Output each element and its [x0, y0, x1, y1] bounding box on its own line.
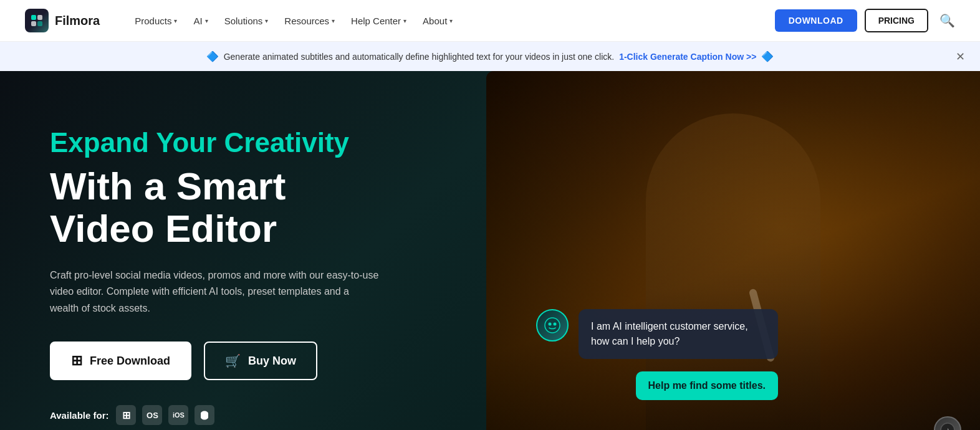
svg-point-5	[549, 323, 552, 326]
hero-title-line1: With a Smart	[50, 165, 286, 208]
ios-platform-icon: iOS	[168, 405, 188, 425]
banner-close-button[interactable]: ✕	[956, 50, 965, 64]
hero-section: Expand Your Creativity With a Smart Vide…	[0, 71, 980, 430]
nav-resources[interactable]: Resources ▾	[278, 12, 341, 30]
search-icon[interactable]: 🔍	[939, 13, 955, 28]
nav-help-center[interactable]: Help Center ▾	[345, 12, 413, 30]
nav-ai[interactable]: AI ▾	[187, 12, 214, 30]
hero-visual: I am AI intelligent customer service, ho…	[486, 71, 980, 430]
logo-text: Filmora	[55, 14, 100, 28]
available-for-label: Available for:	[50, 410, 108, 421]
chevron-down-icon: ▾	[403, 17, 406, 24]
hero-content: Expand Your Creativity With a Smart Vide…	[0, 71, 486, 430]
bot-avatar	[536, 309, 569, 342]
macos-platform-icon: OS	[142, 405, 162, 425]
nav-ai-label: AI	[193, 16, 202, 26]
user-chat-bubble: Help me find some titles.	[636, 371, 778, 400]
main-nav: Filmora Products ▾ AI ▾ Solutions ▾ Reso…	[0, 0, 980, 42]
hero-buttons: ⊞ Free Download 🛒 Buy Now	[50, 342, 486, 380]
svg-text:♪: ♪	[946, 426, 949, 430]
buy-now-label: Buy Now	[248, 355, 296, 368]
platform-icons: ⊞ OS iOS	[116, 405, 214, 425]
user-message-row: Help me find some titles.	[536, 371, 778, 400]
platform-availability: Available for: ⊞ OS iOS	[50, 405, 486, 425]
free-download-button[interactable]: ⊞ Free Download	[50, 342, 191, 380]
hero-title: With a Smart Video Editor	[50, 165, 486, 250]
banner-link[interactable]: 1-Click Generate Caption Now >>	[619, 52, 756, 62]
nav-solutions-label: Solutions	[224, 16, 263, 26]
buy-now-button[interactable]: 🛒 Buy Now	[204, 342, 317, 380]
nav-resources-label: Resources	[284, 16, 329, 26]
windows-platform-icon: ⊞	[116, 405, 136, 425]
chevron-down-icon: ▾	[449, 17, 453, 24]
pricing-button[interactable]: PRICING	[865, 9, 928, 32]
svg-rect-2	[31, 21, 36, 26]
nav-links: Products ▾ AI ▾ Solutions ▾ Resources ▾ …	[128, 12, 752, 30]
cart-icon: 🛒	[225, 353, 241, 368]
chat-overlay: I am AI intelligent customer service, ho…	[536, 309, 778, 400]
ai-message-row: I am AI intelligent customer service, ho…	[536, 309, 778, 359]
nav-solutions[interactable]: Solutions ▾	[218, 12, 275, 30]
banner-icon-right: 🔷	[761, 50, 774, 62]
svg-point-4	[545, 318, 560, 333]
android-platform-icon	[195, 405, 214, 425]
svg-rect-1	[37, 15, 42, 20]
svg-rect-0	[31, 15, 36, 20]
nav-about-label: About	[423, 16, 447, 26]
nav-help-center-label: Help Center	[351, 16, 401, 26]
promo-banner: 🔷 Generate animated subtitles and automa…	[0, 42, 980, 71]
svg-point-6	[554, 323, 557, 326]
svg-rect-3	[37, 21, 42, 26]
chevron-down-icon: ▾	[332, 17, 335, 24]
nav-about[interactable]: About ▾	[416, 12, 459, 30]
chevron-down-icon: ▾	[205, 17, 208, 24]
chevron-down-icon: ▾	[265, 17, 268, 24]
free-download-label: Free Download	[90, 355, 170, 368]
ai-chat-bubble: I am AI intelligent customer service, ho…	[579, 309, 778, 359]
chevron-down-icon: ▾	[174, 17, 177, 24]
banner-icon: 🔷	[206, 50, 219, 62]
hero-tagline: Expand Your Creativity	[50, 127, 486, 159]
logo[interactable]: Filmora	[25, 9, 100, 32]
hero-description: Craft pro-level social media videos, pro…	[50, 267, 380, 317]
banner-text: Generate animated subtitles and automati…	[224, 52, 614, 62]
download-button[interactable]: DOWNLOAD	[775, 9, 857, 32]
logo-icon	[25, 9, 49, 32]
nav-products-label: Products	[135, 16, 171, 26]
windows-icon: ⊞	[71, 353, 82, 369]
nav-products[interactable]: Products ▾	[128, 12, 183, 30]
nav-actions: DOWNLOAD PRICING 🔍	[775, 9, 955, 32]
hero-title-line2: Video Editor	[50, 207, 277, 250]
